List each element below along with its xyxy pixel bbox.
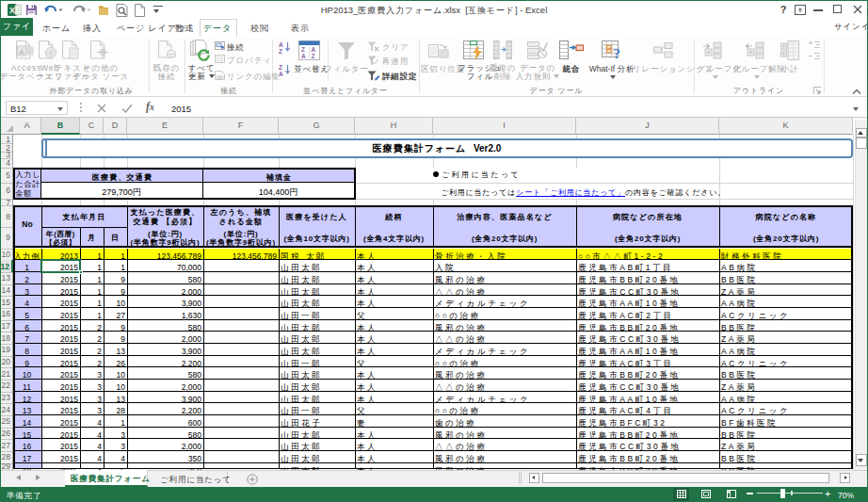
svg-text:A: A [279,41,283,48]
svg-text:Z: Z [279,64,282,71]
svg-text:Z: Z [301,46,305,53]
svg-text:A: A [279,71,283,76]
svg-text:Z: Z [279,48,282,54]
svg-text:Z: Z [312,53,315,59]
svg-text:A: A [19,48,24,57]
svg-text:X: X [9,6,15,15]
svg-text:?: ? [614,46,621,61]
svg-text:A: A [312,46,316,53]
svg-text:A: A [301,53,306,59]
